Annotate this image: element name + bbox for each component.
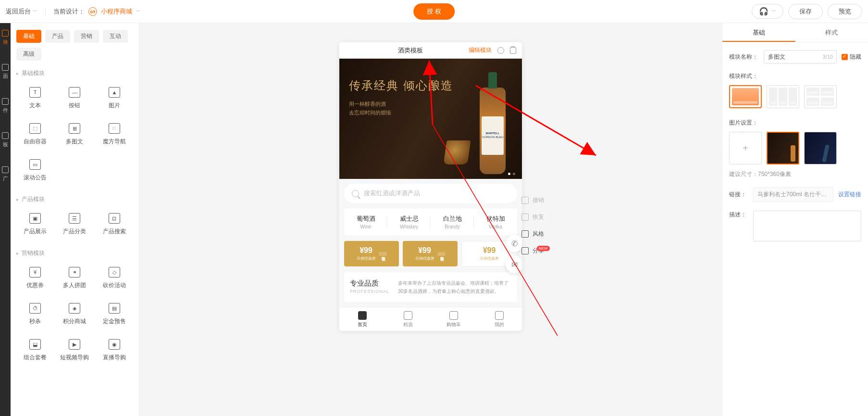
tab-product[interactable]: 产品 bbox=[45, 30, 70, 43]
current-design: 当前设计： ᔕ 小程序商城 ﹀ bbox=[53, 7, 141, 16]
cat-brandy[interactable]: 白兰地Brandy bbox=[431, 209, 474, 235]
authorize-button[interactable]: 授 权 bbox=[413, 3, 455, 20]
text-icon: T bbox=[29, 87, 41, 98]
link-display: 马爹利名士700ml 名仕干邑白 ... bbox=[753, 187, 833, 202]
tag-icon: ◇ bbox=[109, 267, 120, 277]
phone-circle-icon[interactable]: ✆ bbox=[506, 235, 522, 252]
video-icon: ▶ bbox=[69, 339, 80, 350]
tabbar-cart[interactable]: 购物车 bbox=[431, 307, 476, 331]
phone-header: 酒类模板 编辑模块 bbox=[339, 42, 522, 59]
block-flash-sale[interactable]: ⏱秒杀 bbox=[16, 298, 54, 330]
image-thumb-1[interactable] bbox=[767, 132, 799, 164]
block-product-category[interactable]: ☰产品分类 bbox=[56, 208, 93, 240]
block-multi-image-text[interactable]: ⊞多图文 bbox=[56, 118, 93, 151]
block-video-shopping[interactable]: ▶短视频导购 bbox=[56, 334, 93, 366]
cat-whiskey[interactable]: 威士忌Whiskey bbox=[387, 209, 431, 235]
desc-textarea[interactable] bbox=[753, 211, 861, 241]
coupon-1[interactable]: ¥99示例优惠券立即领取 bbox=[344, 241, 399, 266]
points-icon: ◈ bbox=[69, 303, 80, 314]
component-icon bbox=[2, 98, 9, 105]
marketing-block-grid: ¥优惠券 ⚭多人拼团 ◇砍价活动 ⏱秒杀 ◈积分商城 ▤定金预售 ⬓组合套餐 ▶… bbox=[16, 262, 133, 366]
dot-2[interactable] bbox=[513, 173, 515, 175]
phone-preview: 酒类模板 编辑模块 传承经典 倾心酿造 用一杯醇香的酒 去忘却时间的烦恼 MAR… bbox=[339, 42, 522, 331]
tab-advanced[interactable]: 高级 bbox=[16, 48, 41, 61]
block-scroll-notice[interactable]: ▭滚动公告 bbox=[16, 154, 54, 187]
back-to-admin-button[interactable]: 返回后台 ﹀ bbox=[6, 7, 46, 16]
container-icon: ⬚ bbox=[29, 123, 41, 134]
tabbar-mine[interactable]: 我的 bbox=[476, 307, 522, 331]
props-tab-style[interactable]: 样式 bbox=[795, 23, 868, 42]
search-box[interactable]: 搜索红酒或洋酒产品 bbox=[344, 184, 517, 203]
block-combo[interactable]: ⬓组合套餐 bbox=[16, 334, 54, 366]
clock-icon[interactable] bbox=[497, 47, 504, 54]
share-icon bbox=[521, 247, 529, 254]
props-tabs: 基础 样式 bbox=[722, 23, 868, 42]
block-bargain[interactable]: ◇砍价活动 bbox=[96, 262, 133, 294]
wechat-circle-icon[interactable]: ✉ bbox=[506, 256, 522, 273]
dot-1[interactable] bbox=[508, 173, 510, 175]
section-marketing-title: 营销模块 bbox=[16, 249, 133, 257]
tab-marketing[interactable]: 营销 bbox=[74, 30, 99, 43]
button-icon: — bbox=[69, 87, 80, 98]
cat-vodka[interactable]: 伏特加Vodka bbox=[474, 209, 517, 235]
topbar-center: 授 权 bbox=[413, 3, 455, 20]
preview-button[interactable]: 预览 bbox=[828, 4, 862, 19]
product-block-grid: ▣产品展示 ☰产品分类 ⊡产品搜索 bbox=[16, 208, 133, 240]
section-product-title: 产品模块 bbox=[16, 195, 133, 203]
combo-icon: ⬓ bbox=[29, 339, 41, 350]
block-product-display[interactable]: ▣产品展示 bbox=[16, 208, 54, 240]
block-group-buy[interactable]: ⚭多人拼团 bbox=[56, 262, 93, 294]
tabbar-home[interactable]: 首页 bbox=[339, 307, 385, 331]
block-deposit-presale[interactable]: ▤定金预售 bbox=[96, 298, 133, 330]
hide-checkbox-wrap[interactable]: 隐藏 bbox=[842, 53, 861, 61]
quality-card[interactable]: 专业品质 PROFESSIONAL 多年来举办了上百场专业品鉴会、培训课程；培养… bbox=[344, 272, 517, 302]
phone-wrap: 酒类模板 编辑模块 传承经典 倾心酿造 用一杯醇香的酒 去忘却时间的烦恼 MAR… bbox=[339, 42, 522, 416]
edit-module-button[interactable]: 编辑模块 bbox=[469, 46, 492, 54]
style-opt-2[interactable] bbox=[767, 85, 799, 108]
image-icon: ▲ bbox=[109, 87, 120, 98]
row-link: 链接： 马爹利名士700ml 名仕干邑白 ... 设置链接 bbox=[729, 187, 861, 202]
phone-side-actions: 撤销 恢复 风格 分享NEW bbox=[521, 196, 544, 255]
rail-item-component[interactable]: 件 bbox=[2, 98, 9, 114]
block-live-shopping[interactable]: ◉直播导购 bbox=[96, 334, 133, 366]
support-dropdown[interactable]: 🎧 ﹀ bbox=[752, 4, 783, 19]
tab-interactive[interactable]: 互动 bbox=[103, 30, 128, 43]
block-free-container[interactable]: ⬚自由容器 bbox=[16, 118, 54, 151]
action-style[interactable]: 风格 bbox=[521, 230, 544, 238]
block-points-mall[interactable]: ◈积分商城 bbox=[56, 298, 93, 330]
style-opt-1[interactable] bbox=[729, 85, 762, 108]
action-undo[interactable]: 撤销 bbox=[521, 196, 544, 204]
tab-basic[interactable]: 基础 bbox=[16, 30, 41, 43]
add-image-button[interactable]: + bbox=[729, 132, 762, 164]
design-name[interactable]: 小程序商城 bbox=[101, 7, 132, 16]
block-text[interactable]: T文本 bbox=[16, 82, 54, 114]
props-tab-basic[interactable]: 基础 bbox=[722, 23, 795, 42]
new-badge: NEW bbox=[537, 246, 550, 251]
cart-icon bbox=[449, 311, 458, 320]
style-opt-3[interactable] bbox=[804, 85, 837, 108]
save-button[interactable]: 保存 bbox=[788, 4, 823, 19]
image-thumb-2[interactable] bbox=[804, 132, 837, 164]
trash-icon[interactable] bbox=[510, 47, 516, 54]
home-icon bbox=[358, 311, 367, 320]
block-coupon[interactable]: ¥优惠券 bbox=[16, 262, 54, 294]
hero-banner[interactable]: 传承经典 倾心酿造 用一杯醇香的酒 去忘却时间的烦恼 MARTELL CORDO… bbox=[339, 59, 522, 179]
rail-item-template[interactable]: 板 bbox=[2, 132, 9, 148]
bottle-graphic: MARTELL CORDON BLEU bbox=[480, 88, 506, 174]
rail-item-ad[interactable]: 广 bbox=[2, 166, 9, 182]
block-magic-nav[interactable]: ∷魔方导航 bbox=[96, 118, 133, 151]
rail-item-page[interactable]: 面 bbox=[2, 64, 9, 80]
block-product-search[interactable]: ⊡产品搜索 bbox=[96, 208, 133, 240]
rail-item-block[interactable]: 块 bbox=[2, 30, 9, 46]
chevron-down-icon: ﹀ bbox=[33, 8, 37, 15]
chevron-down-icon[interactable]: ﹀ bbox=[136, 8, 141, 15]
cat-wine[interactable]: 葡萄酒Wine bbox=[344, 209, 387, 235]
block-image[interactable]: ▲图片 bbox=[96, 82, 133, 114]
set-link-button[interactable]: 设置链接 bbox=[838, 190, 861, 199]
action-share[interactable]: 分享NEW bbox=[521, 247, 544, 255]
tabbar-featured[interactable]: 精选 bbox=[385, 307, 431, 331]
coupon-2[interactable]: ¥99示例优惠券立即领取 bbox=[403, 241, 458, 266]
hide-checkbox[interactable] bbox=[842, 54, 848, 60]
action-redo[interactable]: 恢复 bbox=[521, 213, 544, 221]
block-button[interactable]: —按钮 bbox=[56, 82, 93, 114]
